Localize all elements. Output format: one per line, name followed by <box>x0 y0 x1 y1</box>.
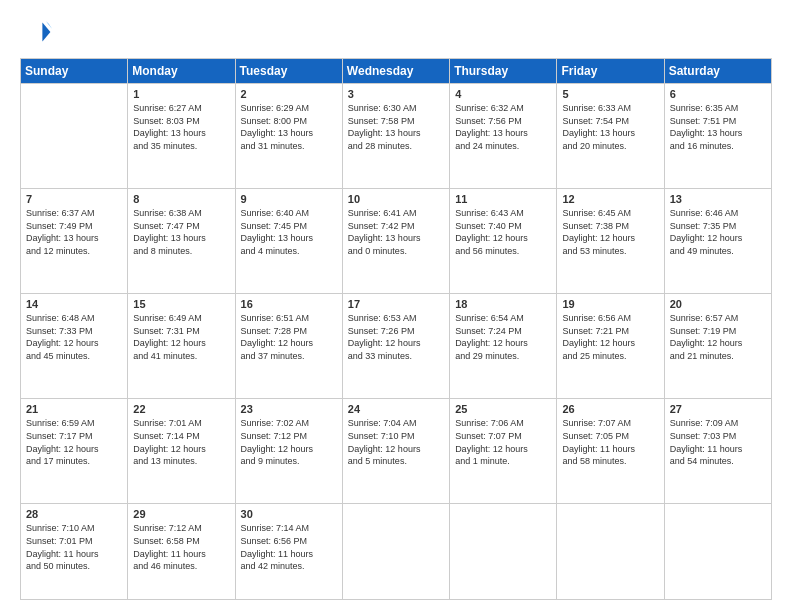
calendar-cell <box>21 84 128 189</box>
calendar-header-sunday: Sunday <box>21 59 128 84</box>
day-number: 6 <box>670 88 766 100</box>
calendar-cell: 13Sunrise: 6:46 AM Sunset: 7:35 PM Dayli… <box>664 189 771 294</box>
calendar-cell: 21Sunrise: 6:59 AM Sunset: 7:17 PM Dayli… <box>21 399 128 504</box>
day-detail: Sunrise: 6:59 AM Sunset: 7:17 PM Dayligh… <box>26 417 122 467</box>
day-number: 4 <box>455 88 551 100</box>
calendar-cell: 30Sunrise: 7:14 AM Sunset: 6:56 PM Dayli… <box>235 504 342 600</box>
calendar-cell: 28Sunrise: 7:10 AM Sunset: 7:01 PM Dayli… <box>21 504 128 600</box>
calendar-week-row: 28Sunrise: 7:10 AM Sunset: 7:01 PM Dayli… <box>21 504 772 600</box>
day-detail: Sunrise: 6:41 AM Sunset: 7:42 PM Dayligh… <box>348 207 444 257</box>
day-number: 27 <box>670 403 766 415</box>
day-detail: Sunrise: 6:40 AM Sunset: 7:45 PM Dayligh… <box>241 207 337 257</box>
calendar-cell: 3Sunrise: 6:30 AM Sunset: 7:58 PM Daylig… <box>342 84 449 189</box>
calendar-cell: 24Sunrise: 7:04 AM Sunset: 7:10 PM Dayli… <box>342 399 449 504</box>
day-number: 15 <box>133 298 229 310</box>
day-detail: Sunrise: 6:33 AM Sunset: 7:54 PM Dayligh… <box>562 102 658 152</box>
calendar-cell: 19Sunrise: 6:56 AM Sunset: 7:21 PM Dayli… <box>557 294 664 399</box>
calendar-cell: 29Sunrise: 7:12 AM Sunset: 6:58 PM Dayli… <box>128 504 235 600</box>
day-number: 1 <box>133 88 229 100</box>
day-number: 23 <box>241 403 337 415</box>
day-number: 13 <box>670 193 766 205</box>
calendar-cell: 20Sunrise: 6:57 AM Sunset: 7:19 PM Dayli… <box>664 294 771 399</box>
day-number: 16 <box>241 298 337 310</box>
calendar-cell: 14Sunrise: 6:48 AM Sunset: 7:33 PM Dayli… <box>21 294 128 399</box>
calendar-cell: 2Sunrise: 6:29 AM Sunset: 8:00 PM Daylig… <box>235 84 342 189</box>
day-detail: Sunrise: 6:56 AM Sunset: 7:21 PM Dayligh… <box>562 312 658 362</box>
calendar-header-friday: Friday <box>557 59 664 84</box>
day-number: 11 <box>455 193 551 205</box>
day-detail: Sunrise: 6:38 AM Sunset: 7:47 PM Dayligh… <box>133 207 229 257</box>
calendar-week-row: 1Sunrise: 6:27 AM Sunset: 8:03 PM Daylig… <box>21 84 772 189</box>
day-detail: Sunrise: 6:57 AM Sunset: 7:19 PM Dayligh… <box>670 312 766 362</box>
calendar-cell: 1Sunrise: 6:27 AM Sunset: 8:03 PM Daylig… <box>128 84 235 189</box>
day-detail: Sunrise: 6:53 AM Sunset: 7:26 PM Dayligh… <box>348 312 444 362</box>
day-detail: Sunrise: 7:06 AM Sunset: 7:07 PM Dayligh… <box>455 417 551 467</box>
day-detail: Sunrise: 7:04 AM Sunset: 7:10 PM Dayligh… <box>348 417 444 467</box>
page: SundayMondayTuesdayWednesdayThursdayFrid… <box>0 0 792 612</box>
day-detail: Sunrise: 6:49 AM Sunset: 7:31 PM Dayligh… <box>133 312 229 362</box>
calendar-cell: 26Sunrise: 7:07 AM Sunset: 7:05 PM Dayli… <box>557 399 664 504</box>
day-number: 7 <box>26 193 122 205</box>
day-detail: Sunrise: 6:32 AM Sunset: 7:56 PM Dayligh… <box>455 102 551 152</box>
calendar-cell: 8Sunrise: 6:38 AM Sunset: 7:47 PM Daylig… <box>128 189 235 294</box>
day-number: 22 <box>133 403 229 415</box>
calendar-header-wednesday: Wednesday <box>342 59 449 84</box>
calendar-week-row: 21Sunrise: 6:59 AM Sunset: 7:17 PM Dayli… <box>21 399 772 504</box>
day-number: 25 <box>455 403 551 415</box>
calendar-cell: 9Sunrise: 6:40 AM Sunset: 7:45 PM Daylig… <box>235 189 342 294</box>
day-detail: Sunrise: 6:30 AM Sunset: 7:58 PM Dayligh… <box>348 102 444 152</box>
day-number: 30 <box>241 508 337 520</box>
calendar-week-row: 7Sunrise: 6:37 AM Sunset: 7:49 PM Daylig… <box>21 189 772 294</box>
day-detail: Sunrise: 7:07 AM Sunset: 7:05 PM Dayligh… <box>562 417 658 467</box>
calendar-cell: 6Sunrise: 6:35 AM Sunset: 7:51 PM Daylig… <box>664 84 771 189</box>
calendar-cell: 4Sunrise: 6:32 AM Sunset: 7:56 PM Daylig… <box>450 84 557 189</box>
day-detail: Sunrise: 6:54 AM Sunset: 7:24 PM Dayligh… <box>455 312 551 362</box>
calendar-header-thursday: Thursday <box>450 59 557 84</box>
logo <box>20 16 56 48</box>
calendar-cell: 10Sunrise: 6:41 AM Sunset: 7:42 PM Dayli… <box>342 189 449 294</box>
calendar-header-monday: Monday <box>128 59 235 84</box>
calendar-cell <box>342 504 449 600</box>
calendar-cell: 11Sunrise: 6:43 AM Sunset: 7:40 PM Dayli… <box>450 189 557 294</box>
day-detail: Sunrise: 6:29 AM Sunset: 8:00 PM Dayligh… <box>241 102 337 152</box>
day-detail: Sunrise: 7:02 AM Sunset: 7:12 PM Dayligh… <box>241 417 337 467</box>
day-number: 24 <box>348 403 444 415</box>
calendar-table: SundayMondayTuesdayWednesdayThursdayFrid… <box>20 58 772 600</box>
day-detail: Sunrise: 7:09 AM Sunset: 7:03 PM Dayligh… <box>670 417 766 467</box>
calendar-cell: 23Sunrise: 7:02 AM Sunset: 7:12 PM Dayli… <box>235 399 342 504</box>
calendar-cell: 16Sunrise: 6:51 AM Sunset: 7:28 PM Dayli… <box>235 294 342 399</box>
day-number: 12 <box>562 193 658 205</box>
calendar-cell: 12Sunrise: 6:45 AM Sunset: 7:38 PM Dayli… <box>557 189 664 294</box>
day-detail: Sunrise: 7:01 AM Sunset: 7:14 PM Dayligh… <box>133 417 229 467</box>
calendar-cell: 18Sunrise: 6:54 AM Sunset: 7:24 PM Dayli… <box>450 294 557 399</box>
calendar-header-tuesday: Tuesday <box>235 59 342 84</box>
day-number: 29 <box>133 508 229 520</box>
day-number: 3 <box>348 88 444 100</box>
logo-icon <box>20 16 52 48</box>
calendar-cell: 25Sunrise: 7:06 AM Sunset: 7:07 PM Dayli… <box>450 399 557 504</box>
day-detail: Sunrise: 7:10 AM Sunset: 7:01 PM Dayligh… <box>26 522 122 572</box>
day-number: 28 <box>26 508 122 520</box>
calendar-cell <box>450 504 557 600</box>
calendar-cell: 22Sunrise: 7:01 AM Sunset: 7:14 PM Dayli… <box>128 399 235 504</box>
day-detail: Sunrise: 6:45 AM Sunset: 7:38 PM Dayligh… <box>562 207 658 257</box>
day-detail: Sunrise: 6:27 AM Sunset: 8:03 PM Dayligh… <box>133 102 229 152</box>
day-number: 2 <box>241 88 337 100</box>
day-number: 20 <box>670 298 766 310</box>
calendar-cell: 5Sunrise: 6:33 AM Sunset: 7:54 PM Daylig… <box>557 84 664 189</box>
header <box>20 16 772 48</box>
day-detail: Sunrise: 6:37 AM Sunset: 7:49 PM Dayligh… <box>26 207 122 257</box>
day-detail: Sunrise: 6:35 AM Sunset: 7:51 PM Dayligh… <box>670 102 766 152</box>
day-detail: Sunrise: 6:43 AM Sunset: 7:40 PM Dayligh… <box>455 207 551 257</box>
day-detail: Sunrise: 6:48 AM Sunset: 7:33 PM Dayligh… <box>26 312 122 362</box>
day-detail: Sunrise: 6:51 AM Sunset: 7:28 PM Dayligh… <box>241 312 337 362</box>
calendar-cell: 27Sunrise: 7:09 AM Sunset: 7:03 PM Dayli… <box>664 399 771 504</box>
day-number: 8 <box>133 193 229 205</box>
calendar-cell: 15Sunrise: 6:49 AM Sunset: 7:31 PM Dayli… <box>128 294 235 399</box>
calendar-cell: 7Sunrise: 6:37 AM Sunset: 7:49 PM Daylig… <box>21 189 128 294</box>
calendar-week-row: 14Sunrise: 6:48 AM Sunset: 7:33 PM Dayli… <box>21 294 772 399</box>
day-number: 14 <box>26 298 122 310</box>
calendar-header-saturday: Saturday <box>664 59 771 84</box>
calendar-header-row: SundayMondayTuesdayWednesdayThursdayFrid… <box>21 59 772 84</box>
day-detail: Sunrise: 7:14 AM Sunset: 6:56 PM Dayligh… <box>241 522 337 572</box>
